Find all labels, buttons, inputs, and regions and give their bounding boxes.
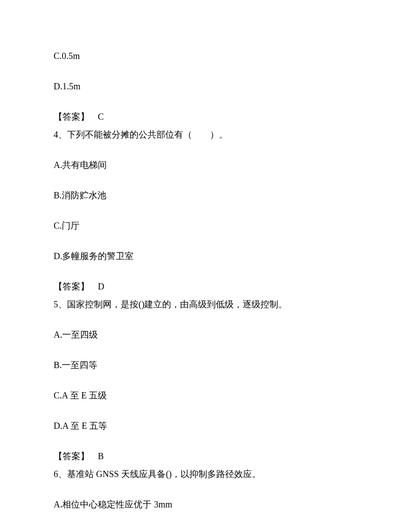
question-5: 5、国家控制网，是按()建立的，由高级到低级，逐级控制。	[54, 297, 357, 311]
page-content: C.0.5m D.1.5m 【答案】 C 4、下列不能被分摊的公共部位有（ ）。…	[0, 0, 411, 511]
q4-option-b: B.消防贮水池	[54, 189, 357, 202]
question-text: 国家控制网，是按()建立的，由高级到低级，逐级控制。	[67, 299, 287, 309]
prev-option-c: C.0.5m	[54, 49, 357, 63]
q4-option-c: C.门厅	[54, 219, 357, 232]
answer-letter: C	[98, 112, 104, 121]
question-number: 4、	[54, 130, 67, 139]
q6-option-a: A.相位中心稳定性应优于 3mm	[54, 498, 357, 511]
q5-option-a: A.一至四级	[54, 328, 357, 341]
answer-label: 【答案】	[54, 451, 89, 461]
q4-option-d: D.多幢服务的警卫室	[54, 249, 357, 263]
q4-answer: 【答案】 D	[54, 280, 357, 293]
q5-answer: 【答案】 B	[54, 449, 357, 463]
question-text: 下列不能被分摊的公共部位有（ ）。	[67, 130, 228, 139]
q5-option-b: B.一至四等	[54, 358, 357, 372]
question-4: 4、下列不能被分摊的公共部位有（ ）。	[54, 128, 357, 141]
answer-label: 【答案】	[54, 112, 89, 121]
q5-option-c: C.A 至 E 五级	[54, 389, 357, 402]
question-6: 6、基准站 GNSS 天线应具备()，以抑制多路径效应。	[54, 467, 357, 481]
answer-letter: D	[98, 281, 104, 291]
prev-option-d: D.1.5m	[54, 80, 357, 93]
q5-option-d: D.A 至 E 五等	[54, 419, 357, 432]
question-number: 6、	[54, 469, 67, 479]
answer-label: 【答案】	[54, 281, 89, 291]
question-number: 5、	[54, 299, 67, 309]
question-text: 基准站 GNSS 天线应具备()，以抑制多路径效应。	[67, 469, 261, 479]
prev-answer: 【答案】 C	[54, 110, 357, 123]
q4-option-a: A.共有电梯间	[54, 158, 357, 172]
answer-letter: B	[98, 451, 104, 461]
